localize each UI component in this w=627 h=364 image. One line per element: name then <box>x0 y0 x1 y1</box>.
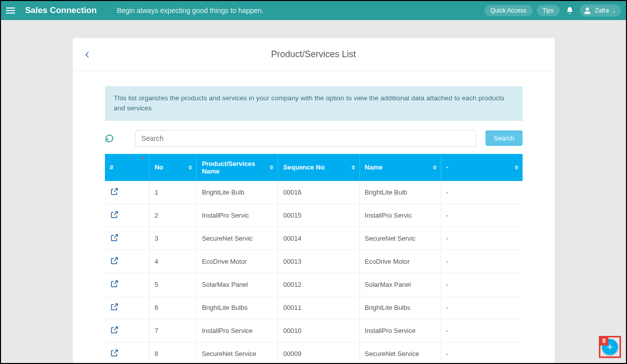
cell-open <box>105 296 150 319</box>
cell-no: 2 <box>149 204 196 227</box>
cell-no: 4 <box>149 250 196 273</box>
cell-dash: - <box>441 250 522 273</box>
open-link-icon[interactable] <box>110 187 119 196</box>
info-banner: This list organizes the products and ser… <box>105 86 523 121</box>
cell-no: 7 <box>149 319 196 342</box>
col-header-no[interactable]: No <box>149 154 196 181</box>
cell-open <box>105 319 150 342</box>
svg-point-0 <box>586 8 589 11</box>
cell-dash: - <box>441 227 522 250</box>
menu-icon[interactable] <box>6 5 17 16</box>
table-row: 7InstallPro Service00010InstallPro Servi… <box>105 319 523 342</box>
table-row: 2InstallPro Servic00015InstallPro Servic… <box>105 204 523 227</box>
cell-dash: - <box>441 319 522 342</box>
cell-dash: - <box>441 204 522 227</box>
col-header-dash[interactable]: - <box>441 154 522 181</box>
sort-icon <box>515 165 519 169</box>
cell-seq: 00016 <box>278 181 359 204</box>
cell-name: SecureNet Service <box>359 342 441 364</box>
controls-row: Search <box>105 130 523 147</box>
fab-annotation-box: 8 <box>599 336 621 358</box>
cell-name: InstallPro Service <box>359 319 441 342</box>
chevron-down-icon: ⌄ <box>612 8 616 14</box>
topbar: Sales Connection Begin always expecting … <box>1 1 626 20</box>
cell-name: SecureNet Servic <box>359 227 441 250</box>
cell-dash: - <box>441 273 522 296</box>
table-row: 8SecureNet Service00009SecureNet Service… <box>105 342 523 364</box>
cell-open <box>105 250 150 273</box>
cell-no: 3 <box>149 227 196 250</box>
table-row: 3SecureNet Servic00014SecureNet Servic- <box>105 227 523 250</box>
cell-seq: 00009 <box>278 342 359 364</box>
sort-icon <box>270 165 274 169</box>
cell-seq: 00013 <box>278 250 359 273</box>
open-link-icon[interactable] <box>110 279 119 288</box>
open-link-icon[interactable] <box>110 210 119 219</box>
page-title: Product/Services List <box>271 49 356 60</box>
table-row: 4EcoDrive Motor00013EcoDrive Motor- <box>105 250 523 273</box>
cell-ps: SecureNet Servic <box>197 227 278 250</box>
cell-open <box>105 181 150 204</box>
cell-name: EcoDrive Motor <box>359 250 441 273</box>
user-icon <box>583 6 592 15</box>
card-header: Product/Services List <box>73 38 555 71</box>
open-link-icon[interactable] <box>110 256 119 265</box>
cell-name: BrightLite Bulbs <box>359 296 441 319</box>
table-row: 6BrightLite Bulbs00011BrightLite Bulbs- <box>105 296 523 319</box>
col-header-hash[interactable]: # <box>105 154 150 181</box>
quick-access-button[interactable]: Quick Access <box>484 5 533 16</box>
col-header-name[interactable]: Name <box>359 154 441 181</box>
cell-open <box>105 273 150 296</box>
search-button[interactable]: Search <box>485 130 522 146</box>
search-input[interactable] <box>135 130 477 147</box>
open-link-icon[interactable] <box>110 233 119 242</box>
table-row: 1BrightLite Bulb00016BrightLite Bulb- <box>105 181 523 204</box>
cell-ps: SecureNet Service <box>197 342 278 364</box>
cell-seq: 00011 <box>278 296 359 319</box>
cell-seq: 00012 <box>278 273 359 296</box>
brand-title: Sales Connection <box>25 6 97 16</box>
open-link-icon[interactable] <box>110 325 119 334</box>
back-icon[interactable] <box>84 51 91 58</box>
cell-dash: - <box>441 342 522 364</box>
cell-ps: EcoDrive Motor <box>197 250 278 273</box>
cell-open <box>105 342 150 364</box>
cell-seq: 00010 <box>278 319 359 342</box>
cell-ps: SolarMax Panel <box>197 273 278 296</box>
cell-open <box>105 227 150 250</box>
sort-icon <box>351 165 355 169</box>
cell-seq: 00014 <box>278 227 359 250</box>
cell-ps: InstallPro Servic <box>197 204 278 227</box>
cell-ps: BrightLite Bulbs <box>197 296 278 319</box>
indicator-dot <box>142 157 144 159</box>
cell-open <box>105 204 150 227</box>
refresh-icon[interactable] <box>105 134 114 143</box>
cell-no: 5 <box>149 273 196 296</box>
col-header-seq[interactable]: Sequence No <box>278 154 359 181</box>
cell-no: 6 <box>149 296 196 319</box>
cell-dash: - <box>441 181 522 204</box>
col-header-psname[interactable]: Product/Services Name <box>197 154 278 181</box>
open-link-icon[interactable] <box>110 348 119 357</box>
bell-icon[interactable] <box>566 7 574 15</box>
tips-button[interactable]: Tips <box>537 5 560 16</box>
table: # No Product/Services Name Sequence No N… <box>105 154 523 365</box>
sort-icon <box>433 165 437 169</box>
cell-ps: BrightLite Bulb <box>197 181 278 204</box>
sort-icon <box>188 165 192 169</box>
cell-name: BrightLite Bulb <box>359 181 441 204</box>
user-menu[interactable]: Zafra ⌄ <box>580 5 621 17</box>
cell-no: 8 <box>149 342 196 364</box>
cell-no: 1 <box>149 181 196 204</box>
cell-name: SolarMax Panel <box>359 273 441 296</box>
annotation-label: 8 <box>599 336 608 345</box>
main-card: Product/Services List This list organize… <box>73 38 555 364</box>
table-header-row: # No Product/Services Name Sequence No N… <box>105 154 523 181</box>
cell-seq: 00015 <box>278 204 359 227</box>
open-link-icon[interactable] <box>110 302 119 311</box>
username-label: Zafra <box>595 7 609 14</box>
cell-dash: - <box>441 296 522 319</box>
table-row: 5SolarMax Panel00012SolarMax Panel- <box>105 273 523 296</box>
cell-name: InstallPro Servic <box>359 204 441 227</box>
cell-ps: InstallPro Service <box>197 319 278 342</box>
